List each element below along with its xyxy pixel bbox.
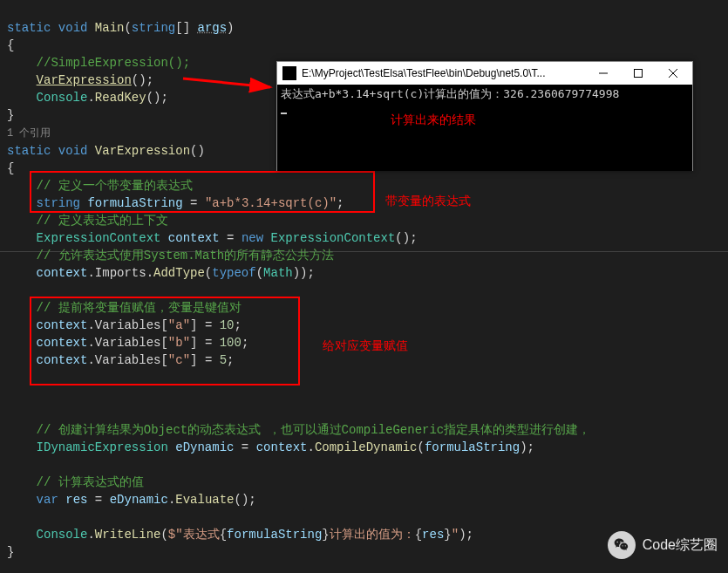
console-titlebar[interactable]: E:\MyProject\TestElsa\TestFlee\bin\Debug… [277, 62, 692, 85]
console-icon [282, 66, 296, 80]
maximize-button[interactable] [621, 62, 656, 85]
close-button[interactable] [656, 62, 691, 85]
editor-divider [0, 251, 728, 252]
references-link[interactable]: 1 个引用 [7, 127, 51, 140]
arrow-annotation [183, 52, 288, 99]
svg-rect-2 [635, 70, 643, 78]
annotation-expression: 带变量的表达式 [385, 194, 471, 209]
watermark: Code综艺圈 [608, 531, 718, 559]
console-output[interactable]: 表达式a+b*3.14+sqrt(c)计算出的值为：326.2360679774… [277, 85, 692, 171]
wechat-icon [608, 531, 636, 559]
watermark-text: Code综艺圈 [643, 536, 718, 555]
console-title: E:\MyProject\TestElsa\TestFlee\bin\Debug… [302, 67, 586, 79]
svg-line-0 [183, 78, 270, 87]
console-cursor [281, 113, 287, 114]
console-window[interactable]: E:\MyProject\TestElsa\TestFlee\bin\Debug… [276, 61, 693, 171]
minimize-button[interactable] [586, 62, 621, 85]
annotation-assign: 给对应变量赋值 [323, 338, 408, 354]
annotation-result: 计算出来的结果 [391, 113, 476, 128]
